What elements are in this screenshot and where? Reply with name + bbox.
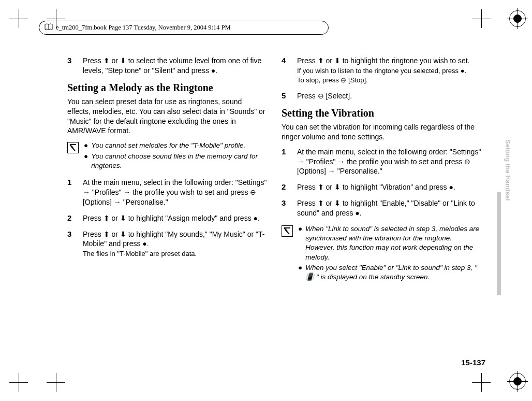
step-number: 5 xyxy=(282,91,295,100)
step-5-ringtone: 5 Press ⊖ [Select]. xyxy=(282,91,481,101)
step-2-vibration: 2 Press ⬆ or ⬇ to highlight "Vibration" … xyxy=(282,182,481,192)
step-text: Press ⬆ or ⬇ to highlight the ringtone y… xyxy=(297,56,481,85)
step-text: Press ⬆ or ⬇ to select the volume level … xyxy=(83,56,267,76)
note-text: When "Link to sound" is selected in step… xyxy=(305,224,481,262)
note-list: ●You cannot set melodies for the "T-Mobi… xyxy=(84,141,267,171)
section-tab xyxy=(497,192,501,295)
column-right: 4 Press ⬆ or ⬇ to highlight the ringtone… xyxy=(282,56,481,289)
step-subtext: If you wish to listen to the ringtone yo… xyxy=(297,66,481,76)
step-text-main: Press ⬆ or ⬇ to highlight "My sounds," "… xyxy=(83,230,265,248)
step-text: Press ⬆ or ⬇ to highlight "Assign melody… xyxy=(83,213,267,223)
step-number: 4 xyxy=(282,56,295,65)
bullet-icon: ● xyxy=(84,141,88,150)
step-text: Press ⬆ or ⬇ to highlight "Vibration" an… xyxy=(297,182,481,192)
note-text: You cannot set melodies for the "T-Mobil… xyxy=(91,141,245,150)
crop-mark-icon xyxy=(47,373,65,392)
heading-vibration: Setting the Vibration xyxy=(282,107,481,119)
step-1-vibration: 1 At the main menu, select in the follow… xyxy=(282,147,481,177)
book-icon xyxy=(45,23,53,32)
heading-melody: Setting a Melody as the Ringtone xyxy=(67,82,267,94)
step-3-vibration: 3 Press ⬆ or ⬇ to highlight "Enable," "D… xyxy=(282,198,481,218)
intro-melody: You can select preset data for use as ri… xyxy=(67,97,267,136)
note-box: ●You cannot set melodies for the "T-Mobi… xyxy=(67,141,267,171)
note-text: You cannot choose sound files in the mem… xyxy=(91,152,267,170)
registration-mark-icon xyxy=(509,10,526,27)
step-2-melody: 2 Press ⬆ or ⬇ to highlight "Assign melo… xyxy=(67,213,267,223)
step-number: 3 xyxy=(67,230,81,238)
step-number: 1 xyxy=(67,178,81,187)
section-label: Setting the Handset xyxy=(504,140,511,201)
step-4-ringtone: 4 Press ⬆ or ⬇ to highlight the ringtone… xyxy=(282,56,481,85)
crop-mark-icon xyxy=(472,373,491,392)
print-header: e_tm200_7fm.book Page 137 Tuesday, Novem… xyxy=(39,21,329,35)
step-text: Press ⊖ [Select]. xyxy=(297,91,481,101)
print-header-text: e_tm200_7fm.book Page 137 Tuesday, Novem… xyxy=(56,24,231,32)
step-number: 3 xyxy=(282,198,295,207)
step-text: At the main menu, select in the followin… xyxy=(83,178,267,207)
step-number: 2 xyxy=(282,182,295,191)
bullet-icon: ● xyxy=(298,263,302,282)
page-number: 15-137 xyxy=(461,358,485,367)
note-icon xyxy=(282,225,293,237)
step-text: Press ⬆ or ⬇ to highlight "Enable," "Dis… xyxy=(297,198,481,218)
step-3-melody: 3 Press ⬆ or ⬇ to highlight "My sounds,"… xyxy=(67,230,267,259)
crop-mark-icon xyxy=(472,9,491,28)
column-left: 3 Press ⬆ or ⬇ to select the volume leve… xyxy=(67,56,267,289)
intro-vibration: You can set the vibration for incoming c… xyxy=(282,122,481,142)
step-text-main: Press ⬆ or ⬇ to highlight the ringtone y… xyxy=(297,56,470,65)
note-icon xyxy=(67,142,79,153)
step-text: At the main menu, select in the followin… xyxy=(297,147,481,177)
page-body: 3 Press ⬆ or ⬇ to select the volume leve… xyxy=(67,56,481,289)
step-1-melody: 1 At the main menu, select in the follow… xyxy=(67,178,267,207)
step-3-volume: 3 Press ⬆ or ⬇ to select the volume leve… xyxy=(67,56,267,76)
step-text: Press ⬆ or ⬇ to highlight "My sounds," "… xyxy=(83,230,267,259)
bullet-icon: ● xyxy=(84,152,88,170)
step-number: 1 xyxy=(282,147,295,156)
note-box: ●When "Link to sound" is selected in ste… xyxy=(282,224,481,283)
registration-mark-icon xyxy=(509,373,526,390)
step-subtext: To stop, press ⊖ [Stop]. xyxy=(297,76,481,85)
crop-mark-icon xyxy=(9,373,28,392)
note-text: When you select "Enable" or "Link to sou… xyxy=(305,263,481,282)
step-number: 3 xyxy=(67,56,81,65)
step-number: 2 xyxy=(67,213,81,222)
step-subtext: The files in "T-Mobile" are preset data. xyxy=(83,249,267,259)
note-list: ●When "Link to sound" is selected in ste… xyxy=(298,224,481,283)
crop-mark-icon xyxy=(9,9,28,28)
bullet-icon: ● xyxy=(298,224,302,262)
